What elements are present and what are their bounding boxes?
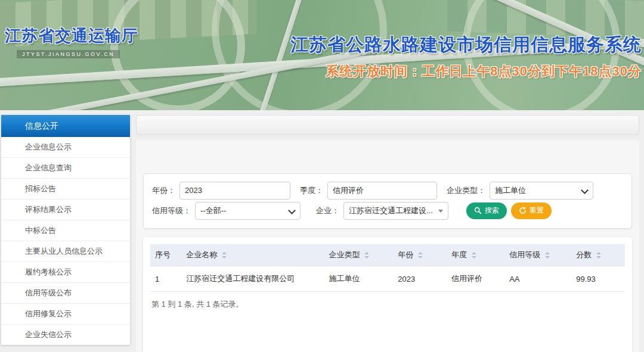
year-input[interactable] [179,182,290,200]
column-header[interactable]: 信用等级 [504,244,571,266]
sort-icon[interactable] [596,252,601,258]
company-type-label: 企业类型： [447,185,485,196]
sort-icon[interactable] [364,252,369,258]
sidebar-item[interactable]: 评标结果公示 [1,200,130,220]
site-url: JTYST.JIANGSU.GOV.CN [17,50,120,58]
sidebar: 信息公开 企业信息公示企业信息查询招标公告评标结果公示中标公告主要从业人员信息公… [1,115,130,345]
credit-level-field-group: 信用等级： --全部-- [152,202,301,220]
column-label: 序号 [155,250,171,259]
table-cell: 江苏宿迁交通工程建设有限公司 [181,266,324,292]
reset-button[interactable]: 重置 [511,203,552,219]
record-count-summary: 第 1 到 1 条, 共 1 条记录。 [150,292,625,317]
breadcrumb-bar [136,115,639,135]
table-header-row: 序号企业名称企业类型年份年度信用等级分数 [150,244,625,266]
column-header[interactable]: 分数 [571,244,625,266]
sidebar-item[interactable]: 信用修复公示 [1,304,130,325]
table-cell: 99.93 [571,266,625,292]
page-body: 信息公开 企业信息公示企业信息查询招标公告评标结果公示中标公告主要从业人员信息公… [0,110,644,352]
page: 江苏省交通运输厅 JTYST.JIANGSU.GOV.CN 江苏省公路水路建设市… [0,0,644,352]
column-header[interactable]: 年度 [447,244,504,266]
sidebar-item[interactable]: 中标公告 [1,220,130,241]
sidebar-item[interactable]: 招标公告 [1,179,130,200]
site-logo-title: 江苏省交通运输厅 [5,25,138,46]
quarter-label: 季度： [300,185,323,196]
column-header: 序号 [150,244,181,266]
sort-icon[interactable] [545,252,550,258]
table-row: 1江苏宿迁交通工程建设有限公司施工单位2023信用评价AA99.93 [150,266,625,292]
company-combobox[interactable]: 江苏宿迁交通工程建设... [343,202,448,220]
sidebar-item[interactable]: 企业信息公示 [1,137,130,158]
header-banner: 江苏省交通运输厅 JTYST.JIANGSU.GOV.CN 江苏省公路水路建设市… [0,0,644,110]
credit-level-select[interactable]: --全部-- [195,202,301,220]
quarter-input[interactable] [327,182,437,200]
sort-icon[interactable] [418,252,423,258]
search-icon [474,207,482,214]
reset-button-label: 重置 [530,205,544,216]
sidebar-header-info-disclosure[interactable]: 信息公开 [1,115,130,137]
credit-level-select-wrap: --全部-- [195,202,301,220]
column-header[interactable]: 企业类型 [324,244,393,266]
system-title: 江苏省公路水路建设市场信用信息服务系统 [290,33,642,57]
company-type-select-wrap: 施工单位 [490,182,593,200]
search-form-row-1: 年份： 季度： 企业类型： 施工单位 [152,181,623,200]
column-label: 分数 [576,250,592,259]
table-cell: AA [504,266,571,292]
table-body: 1江苏宿迁交通工程建设有限公司施工单位2023信用评价AA99.93 [150,266,625,292]
quarter-field-group: 季度： [300,182,437,200]
sidebar-item[interactable]: 企业信息查询 [1,158,130,179]
year-field-group: 年份： [152,182,290,200]
company-type-select[interactable]: 施工单位 [490,182,593,200]
sidebar-item[interactable]: 信用等级公布 [1,283,130,304]
credit-level-label: 信用等级： [152,205,191,216]
column-label: 年度 [451,250,467,259]
search-form-card: 年份： 季度： 企业类型： 施工单位 [143,173,632,229]
column-label: 信用等级 [509,250,540,259]
sidebar-item[interactable]: 履约考核公示 [1,262,130,283]
results-table-card: 序号企业名称企业类型年份年度信用等级分数 1江苏宿迁交通工程建设有限公司施工单位… [143,237,632,352]
table-cell: 施工单位 [324,266,393,292]
table-cell: 1 [150,266,181,292]
open-hours-notice: 系统开放时间：工作日上午8点30分到下午18点30分 [326,63,642,80]
search-button[interactable]: 搜索 [466,203,507,219]
content-container: 年份： 季度： 企业类型： 施工单位 [136,140,639,352]
sidebar-menu: 企业信息公示企业信息查询招标公告评标结果公示中标公告主要从业人员信息公示履约考核… [1,137,130,345]
sidebar-item[interactable]: 企业失信公示 [1,325,130,345]
table-cell: 信用评价 [447,266,504,292]
search-button-label: 搜索 [485,205,499,216]
column-header[interactable]: 企业名称 [181,244,324,266]
table-cell: 2023 [393,266,447,292]
column-label: 企业类型 [329,250,360,259]
search-form-row-2: 信用等级： --全部-- 企业： [152,201,623,220]
results-table: 序号企业名称企业类型年份年度信用等级分数 1江苏宿迁交通工程建设有限公司施工单位… [150,244,625,292]
company-combobox-wrap: 江苏宿迁交通工程建设... [343,202,448,220]
column-label: 年份 [398,250,413,259]
sidebar-item[interactable]: 主要从业人员信息公示 [1,241,130,262]
sort-icon[interactable] [222,252,227,258]
column-header[interactable]: 年份 [393,244,447,266]
company-label: 企业： [316,205,339,216]
main-content: 年份： 季度： 企业类型： 施工单位 [136,115,639,352]
company-type-field-group: 企业类型： 施工单位 [447,182,593,200]
sort-icon[interactable] [472,252,476,258]
year-label: 年份： [152,185,175,196]
company-field-group: 企业： 江苏宿迁交通工程建设... [316,202,448,220]
column-label: 企业名称 [186,250,217,259]
refresh-icon [519,207,527,214]
